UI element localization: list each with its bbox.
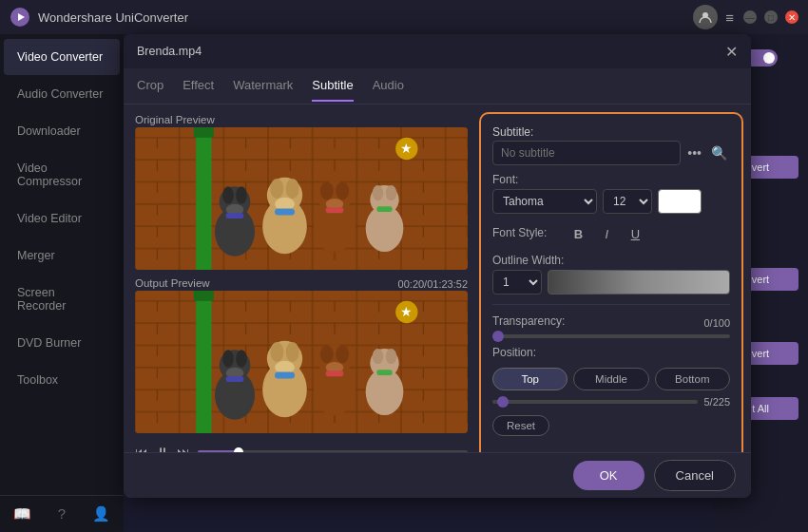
sidebar-item-downloader[interactable]: Downloader: [4, 113, 120, 149]
maximize-button[interactable]: □: [764, 10, 778, 24]
outline-controls: 1: [492, 270, 730, 294]
svg-point-29: [373, 185, 384, 200]
help-book-icon[interactable]: 📖: [13, 505, 31, 522]
subtitle-input-row: ••• 🔍: [492, 141, 730, 165]
svg-rect-26: [326, 207, 344, 213]
preview-area: Original Preview: [124, 104, 479, 498]
sidebar-label-downloader: Downloader: [17, 124, 81, 138]
svg-point-24: [336, 182, 349, 200]
subtitle-dialog: Brenda.mp4 ✕ Crop Effect Watermark Subti…: [124, 34, 751, 498]
position-value: 5/225: [703, 396, 730, 408]
original-preview-video: ★: [135, 127, 468, 270]
sidebar-label-video-editor: Video Editor: [17, 212, 82, 225]
svg-point-23: [320, 182, 334, 200]
subtitle-search-button[interactable]: 🔍: [708, 142, 730, 163]
transparency-section: Transparency: 0/100: [492, 314, 730, 338]
font-select-row: Tahoma 12: [492, 189, 730, 214]
transparency-header: Transparency: 0/100: [492, 314, 730, 331]
svg-point-11: [222, 186, 234, 204]
question-icon[interactable]: ?: [58, 505, 66, 522]
position-slider[interactable]: [492, 400, 698, 404]
font-label: Font:: [492, 173, 730, 186]
svg-text:★: ★: [400, 304, 413, 319]
svg-rect-38: [196, 291, 211, 433]
svg-rect-20: [275, 209, 295, 216]
app-title: Wondershare UniConverter: [38, 10, 693, 25]
position-bottom-button[interactable]: Bottom: [655, 368, 730, 390]
tab-crop[interactable]: Crop: [137, 70, 164, 102]
sidebar-item-merger[interactable]: Merger: [4, 238, 120, 274]
svg-point-42: [222, 350, 234, 368]
font-style-buttons: B I U: [566, 221, 647, 246]
tab-watermark[interactable]: Watermark: [233, 70, 293, 102]
sidebar-item-dvd-burner[interactable]: DVD Burner: [4, 325, 120, 361]
position-middle-button[interactable]: Middle: [573, 368, 648, 390]
sidebar-item-video-converter[interactable]: Video Converter: [4, 39, 120, 75]
bold-button[interactable]: B: [566, 221, 590, 246]
original-preview-label: Original Preview: [135, 114, 468, 125]
sidebar-item-toolbox[interactable]: Toolbox: [4, 362, 120, 398]
svg-point-60: [373, 349, 384, 364]
svg-rect-57: [326, 370, 344, 376]
transparency-label: Transparency:: [492, 314, 565, 328]
minimize-button[interactable]: —: [743, 10, 757, 24]
dialog-footer: OK Cancel: [124, 452, 751, 498]
tab-effect[interactable]: Effect: [183, 70, 214, 102]
dialog-close-icon[interactable]: ✕: [725, 43, 738, 61]
position-section: Position: Top Middle Bottom 5/225: [492, 346, 730, 408]
svg-rect-7: [196, 127, 211, 270]
output-preview-header: Output Preview 00:20/01:23:52: [135, 277, 468, 291]
svg-point-48: [270, 342, 283, 362]
tab-audio[interactable]: Audio: [373, 70, 404, 102]
separator: [492, 304, 730, 305]
sidebar-item-video-editor[interactable]: Video Editor: [4, 200, 120, 237]
user-icon[interactable]: 👤: [92, 505, 110, 522]
cancel-button[interactable]: Cancel: [654, 460, 736, 491]
original-preview-section: Original Preview: [135, 114, 468, 270]
sidebar-item-video-compressor[interactable]: Video Compressor: [4, 150, 120, 200]
menu-icon[interactable]: ≡: [725, 10, 734, 26]
sidebar-label-dvd-burner: DVD Burner: [17, 336, 81, 350]
subtitle-label: Subtitle:: [492, 125, 730, 139]
svg-text:★: ★: [400, 141, 413, 156]
position-buttons: Top Middle Bottom: [492, 368, 730, 390]
reset-button[interactable]: Reset: [492, 415, 549, 436]
subtitle-more-button[interactable]: •••: [684, 142, 704, 163]
sidebar-label-video-compressor: Video Compressor: [17, 162, 82, 188]
sidebar-item-screen-recorder[interactable]: Screen Recorder: [4, 275, 120, 324]
svg-rect-45: [226, 376, 244, 382]
sidebar-label-merger: Merger: [17, 249, 55, 262]
svg-rect-8: [194, 127, 214, 138]
dialog-body: Original Preview: [124, 104, 751, 498]
subtitle-text-input[interactable]: [492, 141, 681, 165]
close-button[interactable]: ✕: [785, 10, 798, 24]
user-avatar[interactable]: [693, 5, 718, 29]
position-top-button[interactable]: Top: [492, 368, 568, 390]
transparency-slider[interactable]: [492, 334, 730, 338]
sidebar: Video Converter Audio Converter Download…: [0, 34, 124, 532]
outline-section: Outline Width: 1: [492, 254, 730, 294]
sidebar-label-screen-recorder: Screen Recorder: [17, 286, 66, 313]
svg-rect-39: [194, 291, 214, 301]
app-logo: [10, 7, 30, 28]
outline-color-picker[interactable]: [548, 270, 730, 294]
font-color-button[interactable]: [658, 189, 702, 214]
outline-label: Outline Width:: [492, 254, 730, 267]
svg-point-30: [386, 185, 397, 200]
ok-button[interactable]: OK: [573, 461, 644, 490]
svg-point-12: [236, 186, 247, 204]
font-section: Font: Tahoma 12: [492, 173, 730, 214]
italic-button[interactable]: I: [594, 221, 619, 246]
position-slider-row: 5/225: [492, 396, 730, 408]
svg-point-55: [336, 346, 349, 364]
tab-subtitle[interactable]: Subtitle: [312, 70, 353, 102]
sidebar-item-audio-converter[interactable]: Audio Converter: [4, 76, 120, 112]
svg-point-49: [286, 342, 299, 362]
font-size-select[interactable]: 12: [603, 189, 652, 214]
underline-button[interactable]: U: [623, 221, 647, 246]
outline-width-select[interactable]: 1: [492, 270, 542, 294]
svg-rect-51: [275, 372, 295, 379]
font-family-select[interactable]: Tahoma: [492, 189, 597, 214]
title-bar: Wondershare UniConverter ≡ — □ ✕: [0, 0, 808, 34]
sidebar-bottom: 📖 ? 👤: [0, 495, 124, 532]
